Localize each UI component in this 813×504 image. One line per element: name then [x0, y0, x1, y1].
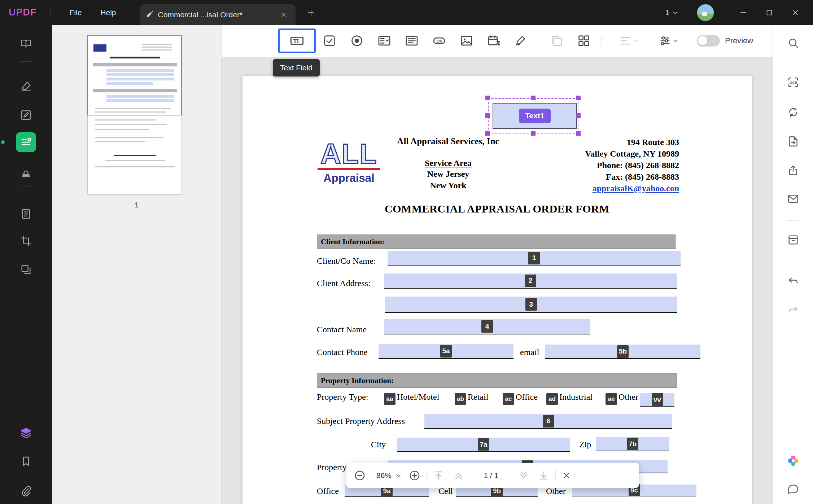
- redo-icon: [787, 304, 799, 316]
- ai-assistant-button[interactable]: [784, 451, 803, 470]
- checkbox-field-industrial[interactable]: ad: [546, 393, 558, 405]
- tool-signature-field[interactable]: [508, 30, 535, 52]
- label-hotel-motel: Hotel/Motel: [397, 392, 439, 402]
- window-minimize-button[interactable]: [735, 4, 752, 21]
- user-avatar[interactable]: [697, 4, 714, 21]
- selection-handle[interactable]: [485, 96, 490, 100]
- selection-handle[interactable]: [485, 131, 490, 136]
- tool-duplicate-field[interactable]: [543, 30, 570, 52]
- zoom-level-dropdown[interactable]: [395, 473, 401, 478]
- form-field-subject-address[interactable]: 6: [424, 414, 672, 429]
- zoom-level-value[interactable]: 86%: [372, 471, 395, 480]
- zoom-in-icon: [408, 469, 421, 482]
- open-documents-dropdown[interactable]: 1: [665, 8, 678, 17]
- comments-button[interactable]: [784, 480, 803, 499]
- last-page-button[interactable]: [538, 470, 550, 481]
- tool-align-fields[interactable]: [612, 30, 645, 52]
- selection-handle[interactable]: [576, 113, 581, 118]
- archive-button[interactable]: [784, 231, 803, 249]
- email-link[interactable]: appraisalK@yahoo.con: [585, 183, 679, 194]
- form-field-email[interactable]: 5b: [545, 345, 700, 359]
- close-zoom-toolbar-button[interactable]: [561, 470, 572, 481]
- convert-button[interactable]: [784, 103, 803, 122]
- right-sidebar: OCR: [773, 25, 813, 504]
- label-retail: Retail: [468, 392, 488, 402]
- undo-button[interactable]: [784, 272, 803, 291]
- tool-image-field[interactable]: [453, 30, 480, 52]
- mail-button[interactable]: [784, 189, 803, 208]
- next-page-button[interactable]: [518, 470, 529, 481]
- redo-button[interactable]: [784, 301, 803, 320]
- selection-handle[interactable]: [576, 96, 581, 100]
- form-field-contact-name[interactable]: 4: [384, 319, 590, 334]
- pdf-page: Text1 ALL Appraisal All Appraisal Servic…: [242, 76, 752, 504]
- tab-close-icon[interactable]: [277, 9, 290, 21]
- tool-arrange-fields[interactable]: [570, 30, 598, 52]
- checkbox-icon: [323, 34, 336, 48]
- sidebar-item-edit-pdf[interactable]: [16, 105, 36, 125]
- sidebar-item-bookmarks[interactable]: [16, 451, 36, 472]
- menu-help[interactable]: Help: [100, 8, 116, 17]
- zoom-in-button[interactable]: [408, 469, 421, 482]
- sidebar-item-layers[interactable]: [16, 423, 36, 443]
- sidebar-item-forms-active[interactable]: [16, 132, 36, 152]
- window-close-button[interactable]: [787, 4, 804, 21]
- arrange-grid-icon: [577, 34, 591, 48]
- checkbox-field-hotel[interactable]: aa: [384, 393, 395, 405]
- selection-handle[interactable]: [531, 96, 536, 100]
- field-name-badge: Text1: [519, 109, 551, 123]
- tool-checkbox[interactable]: [316, 30, 343, 52]
- export-page-button[interactable]: [784, 132, 803, 151]
- selection-handle[interactable]: [485, 113, 490, 118]
- page-thumbnail[interactable]: [87, 35, 182, 194]
- selected-text-field[interactable]: Text1: [493, 103, 577, 129]
- share-button[interactable]: [784, 161, 803, 180]
- form-field-contact-phone[interactable]: 5a: [379, 344, 513, 359]
- form-field-other-type[interactable]: vv: [640, 393, 674, 407]
- flower-icon: [786, 454, 800, 468]
- sidebar-item-reader[interactable]: [16, 34, 36, 54]
- tool-field-properties[interactable]: [652, 30, 685, 52]
- window-maximize-button[interactable]: [761, 4, 778, 21]
- tool-radio-button[interactable]: [343, 30, 371, 52]
- menu-file[interactable]: File: [70, 8, 82, 17]
- tool-push-button[interactable]: OK: [425, 30, 453, 52]
- selection-handle[interactable]: [531, 131, 536, 136]
- page-indicator[interactable]: 1 / 1: [472, 471, 510, 480]
- form-field-zip[interactable]: 7b: [596, 437, 669, 451]
- search-button[interactable]: [784, 34, 803, 52]
- tool-combo-box[interactable]: [371, 30, 398, 52]
- checkbox-field-other[interactable]: ae: [606, 393, 617, 405]
- form-field-city[interactable]: 7a: [397, 438, 570, 452]
- sidebar-item-organize-pages[interactable]: [16, 204, 36, 224]
- label-subject-property-address: Subject Property Address: [317, 416, 405, 426]
- sidebar-item-sign[interactable]: [16, 162, 36, 183]
- tool-list-box[interactable]: [398, 30, 425, 52]
- previous-page-button[interactable]: [453, 470, 464, 481]
- ocr-button[interactable]: OCR: [784, 73, 803, 92]
- selection-handle[interactable]: [576, 131, 581, 136]
- form-field-client-name[interactable]: 1: [388, 251, 681, 266]
- document-tab[interactable]: Commercial ...isal Order*: [140, 4, 296, 25]
- sidebar-item-attachments[interactable]: [16, 481, 36, 501]
- label-office-phone: Office: [317, 486, 339, 496]
- new-tab-button[interactable]: [305, 6, 317, 19]
- sidebar-item-annotate[interactable]: [16, 76, 36, 96]
- form-field-client-address-2[interactable]: 3: [385, 297, 677, 313]
- chevron-down-icon: [672, 10, 678, 15]
- scroll-to-bottom-icon: [538, 470, 550, 481]
- sidebar-item-batch[interactable]: [16, 259, 36, 280]
- sidebar-item-crop[interactable]: [16, 231, 36, 251]
- checkbox-field-office[interactable]: ac: [503, 393, 514, 405]
- form-field-client-address-1[interactable]: 2: [384, 273, 677, 289]
- tool-date-field[interactable]: [480, 30, 508, 52]
- first-page-button[interactable]: [433, 470, 444, 481]
- zoom-out-icon: [354, 469, 366, 482]
- double-chevron-down-icon: [518, 470, 529, 481]
- zoom-out-button[interactable]: [354, 469, 366, 482]
- preview-toggle[interactable]: [697, 35, 720, 47]
- fax-line: Fax: (845) 268-8883: [585, 171, 679, 183]
- share-icon: [787, 164, 799, 176]
- checkbox-field-retail[interactable]: ab: [455, 393, 466, 405]
- tool-text-field-selected[interactable]: TI: [278, 29, 316, 53]
